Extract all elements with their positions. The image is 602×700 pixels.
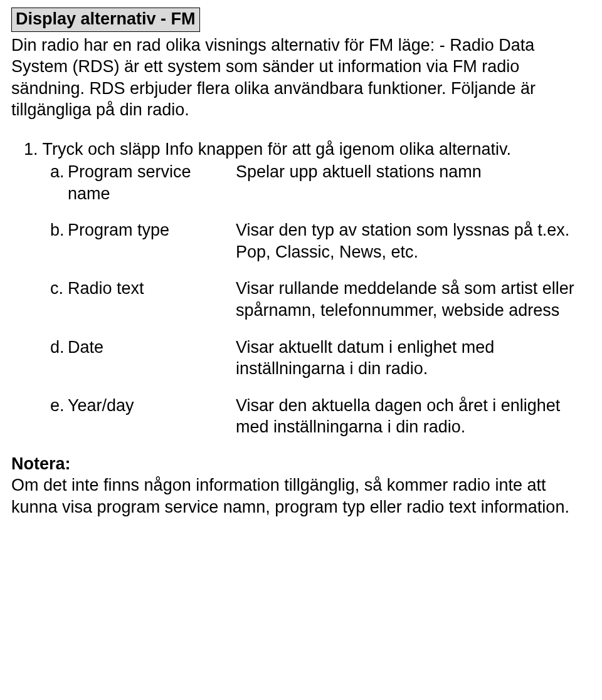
section-heading: Display alternativ - FM xyxy=(11,8,200,32)
item-letter: e. xyxy=(50,395,68,417)
item-name: Program type xyxy=(68,219,169,241)
item-label-col: b. Program type xyxy=(11,219,236,241)
item-label-col: c. Radio text xyxy=(11,278,236,300)
item-letter: d. xyxy=(50,337,68,358)
item-name: Date xyxy=(68,337,103,358)
list-item: b. Program type Visar den typ av station… xyxy=(11,219,587,263)
item-name: Program service name xyxy=(68,161,236,204)
note-body: Om det inte finns någon information till… xyxy=(11,474,587,518)
step-1: 1. Tryck och släpp Info knappen för att … xyxy=(11,138,587,160)
note-heading: Notera: xyxy=(11,454,71,473)
item-letter: a. xyxy=(50,161,68,204)
item-description: Spelar upp aktuell stations namn xyxy=(236,161,587,183)
document-page: Display alternativ - FM Din radio har en… xyxy=(0,0,602,533)
item-description: Visar den typ av station som lyssnas på … xyxy=(236,219,587,263)
item-name: Year/day xyxy=(68,395,134,417)
list-item: c. Radio text Visar rullande meddelande … xyxy=(11,278,587,321)
item-label-col: d. Date xyxy=(11,337,236,358)
list-item: d. Date Visar aktuellt datum i enlighet … xyxy=(11,337,587,380)
item-label-col: e. Year/day xyxy=(11,395,236,417)
intro-paragraph: Din radio har en rad olika visnings alte… xyxy=(11,34,587,121)
step-text: Tryck och släpp Info knappen för att gå … xyxy=(43,140,511,159)
item-description: Visar aktuellt datum i enlighet med inst… xyxy=(236,337,587,380)
list-item: a. Program service name Spelar upp aktue… xyxy=(11,161,587,204)
list-item: e. Year/day Visar den aktuella dagen och… xyxy=(11,395,587,438)
item-name: Radio text xyxy=(68,278,144,300)
item-description: Visar den aktuella dagen och året i enli… xyxy=(236,395,587,438)
item-letter: c. xyxy=(50,278,68,300)
step-number: 1. xyxy=(24,140,38,159)
item-description: Visar rullande meddelande så som artist … xyxy=(236,278,587,321)
item-label-col: a. Program service name xyxy=(11,161,236,204)
item-letter: b. xyxy=(50,219,68,241)
note-section: Notera: Om det inte finns någon informat… xyxy=(11,453,587,518)
